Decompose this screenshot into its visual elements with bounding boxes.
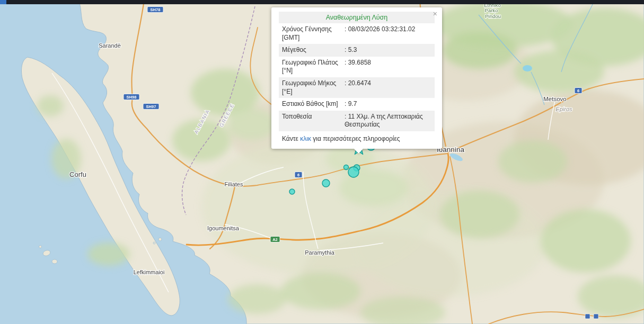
svg-text:6: 6 [297,173,299,177]
field-label: Γεωγραφικό Μήκος [°E] [282,79,345,96]
earthquake-info-popup: × Αναθεωρημένη Λύση Χρόνος Γέννησης [GMT… [271,7,442,149]
map-label-pindou: Pindou [485,13,501,19]
popup-row-location: Τοποθεσία : 11 Χλμ. Α της Λεπτοκαριάς Θε… [279,111,435,131]
close-icon[interactable]: × [433,10,437,17]
field-value: : 20.6474 [345,79,431,96]
field-label: Τοποθεσία [282,113,345,129]
popup-row-magnitude: Μέγεθος : 5.3 [279,44,435,57]
top-bar-accent [0,0,6,4]
map-label-paramythia: Paramythia [305,249,335,256]
more-info-link[interactable]: κλικ [300,135,311,142]
popup-row-latitude: Γεωγραφικό Πλάτος [°N] : 39.6858 [279,57,435,77]
popup-row-depth: Εστιακό Βάθος [km] : 9.7 [279,98,435,111]
map-label-corfu: Corfu [69,170,86,178]
road-shield-6: 6 [295,172,302,178]
popup-title: Αναθεωρημένη Λύση [279,12,435,23]
map-label-sarand-: Sarandë [99,42,121,49]
top-bar [0,0,644,4]
popup-footer: Κάντε κλικ για περισσότερες πληροφορίες [279,131,435,146]
earthquake-epicenter-marker[interactable] [322,179,330,187]
road-shield-sh97: SH97 [143,104,159,110]
field-label: Εστιακό Βάθος [km] [282,100,345,109]
earthquake-map-page: SH78SH98SH97A266 SarandëCorfuLefkimmaioi… [0,0,644,324]
svg-text:SH97: SH97 [146,104,156,109]
map-label-lefkimmaioi: Lefkimmaioi [134,269,165,275]
map-label-epiros: Epiros [555,106,572,112]
road-shield-a2: A2 [270,237,280,242]
popup-row-longitude: Γεωγραφικό Μήκος [°E] : 20.6474 [279,77,435,98]
svg-text:A2: A2 [272,237,278,242]
road-shield-sh78: SH78 [147,7,163,13]
popup-row-origin-time: Χρόνος Γέννησης [GMT] : 08/03/2026 03:32… [279,23,435,44]
map-label-parko: Parko [485,7,498,13]
svg-text:6: 6 [577,88,579,93]
field-value: : 08/03/2026 03:32:31.02 [345,25,431,42]
svg-text:SH98: SH98 [127,95,137,100]
map-label-metsovo: Metsovo [543,96,566,102]
field-value: : 9.7 [345,100,431,109]
road-shield-6: 6 [575,88,582,94]
popup-rows: Χρόνος Γέννησης [GMT] : 08/03/2026 03:32… [279,23,435,131]
field-value: : 39.6858 [345,59,431,75]
road-shield-sh98: SH98 [123,94,139,100]
field-value: : 5.3 [345,46,431,55]
field-value: : 11 Χλμ. Α της Λεπτοκαριάς Θεσπρωτίας [345,113,431,129]
earthquake-epicenter-marker[interactable] [289,189,295,194]
footer-text-suffix: για περισσότερες πληροφορίες [311,135,400,142]
field-label: Χρόνος Γέννησης [GMT] [282,25,345,42]
map-label-filiates: Filiates [225,181,243,187]
field-label: Γεωγραφικό Πλάτος [°N] [282,59,345,75]
earthquake-epicenter-marker[interactable] [348,167,359,177]
svg-text:SH78: SH78 [151,7,161,12]
field-label: Μέγεθος [282,46,345,55]
map-canvas[interactable]: SH78SH98SH97A266 SarandëCorfuLefkimmaioi… [0,0,644,324]
map-label-igoumenitsa: Igoumenitsa [207,225,240,231]
earthquake-epicenter-marker[interactable] [344,165,349,170]
footer-text-prefix: Κάντε [282,135,300,142]
